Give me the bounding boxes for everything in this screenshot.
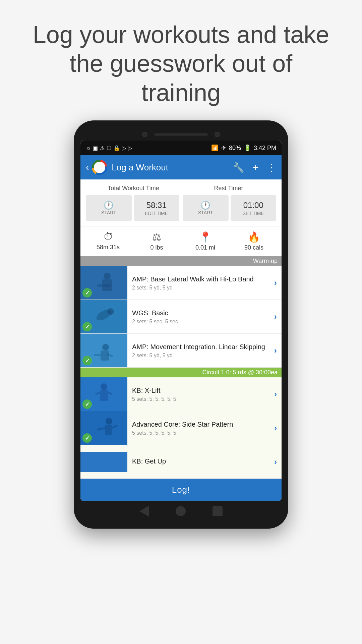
workout-time-section: Total Workout Time Rest Timer 🕐 START 58… — [80, 179, 282, 226]
phone-bottom-bar — [80, 501, 282, 522]
table-row[interactable]: ✓ WGS: Basic 2 sets: 5 sec, 5 sec › — [80, 300, 282, 334]
chevron-right-icon[interactable]: › — [274, 389, 282, 399]
svg-rect-4 — [97, 284, 111, 287]
rest-clock-icon: 🕐 — [185, 201, 226, 210]
airplane-icon: ✈ — [221, 144, 226, 152]
table-row[interactable]: ✓ AMP: Movement Integration. Linear Skip… — [80, 334, 282, 368]
table-row[interactable]: KB: Get Up › — [80, 445, 282, 479]
exercise-info: Advanced Core: Side Star Pattern 5 sets:… — [127, 416, 274, 440]
stat-distance-value: 0.01 mi — [181, 244, 230, 251]
chevron-right-icon[interactable]: › — [274, 423, 282, 433]
exercise-thumbnail: ✓ — [80, 377, 127, 411]
stopwatch-icon: ⏱ — [84, 231, 132, 243]
svg-rect-10 — [101, 351, 109, 361]
completion-badge: ✓ — [82, 288, 92, 298]
stat-weight-value: 0 lbs — [132, 244, 181, 251]
phone-screen: ☼ ▣ ⚠ ☐ 🔒 ▷ ▷ 📶 ✈ 80% 🔋 3:42 PM ‹ — [80, 141, 282, 501]
back-nav-button[interactable] — [139, 506, 149, 517]
exercise-info: AMP: Base Lateral Walk with Hi-Lo Band 2… — [127, 271, 274, 295]
phone-speaker — [154, 133, 208, 136]
table-row[interactable]: ✓ KB: X-Lift 5 sets: 5, 5, 5, 5, 5 › — [80, 377, 282, 411]
exercise-name: KB: X-Lift — [132, 386, 269, 395]
stat-time-value: 58m 31s — [84, 244, 132, 251]
clock-time: 3:42 PM — [254, 145, 276, 152]
svg-rect-23 — [80, 452, 127, 472]
location-icon: 📍 — [181, 231, 230, 243]
add-button[interactable]: + — [252, 161, 259, 174]
log-button-bar: Log! — [80, 479, 282, 501]
wifi-icon: 📶 — [211, 144, 219, 152]
svg-point-14 — [101, 383, 107, 390]
stats-row: ⏱ 58m 31s ⚖ 0 lbs 📍 0.01 mi 🔥 90 cals — [80, 226, 282, 256]
recents-nav-button[interactable] — [213, 506, 223, 516]
tagline-line2: the guesswork out of training — [70, 50, 292, 106]
exercise-thumbnail: ✓ — [80, 266, 127, 300]
tagline: Log your workouts and take the guesswork… — [0, 0, 362, 120]
exercise-sets: 2 sets: 5 yd, 5 yd — [132, 353, 269, 359]
tagline-line1: Log your workouts and take — [33, 21, 329, 48]
svg-point-2 — [104, 273, 111, 279]
exercise-thumbnail: ✓ — [80, 300, 127, 333]
start-timer-button[interactable]: 🕐 START — [86, 195, 132, 221]
total-workout-label: Total Workout Time — [86, 185, 181, 192]
stat-weight: ⚖ 0 lbs — [132, 231, 181, 251]
stat-cals-value: 90 cals — [230, 244, 278, 251]
stat-time: ⏱ 58m 31s — [84, 231, 132, 251]
svg-rect-20 — [105, 425, 112, 435]
exercise-info: AMP: Movement Integration. Linear Skippi… — [127, 338, 274, 363]
svg-point-19 — [106, 418, 112, 425]
svg-point-9 — [102, 344, 109, 351]
rest-time-controls: 🕐 START 01:00 SET TIME — [183, 195, 276, 221]
svg-rect-11 — [94, 354, 101, 356]
exercise-name: Advanced Core: Side Star Pattern — [132, 420, 269, 429]
table-row[interactable]: ✓ AMP: Base Lateral Walk with Hi-Lo Band… — [80, 266, 282, 300]
phone-shell: ☼ ▣ ⚠ ☐ 🔒 ▷ ▷ 📶 ✈ 80% 🔋 3:42 PM ‹ — [74, 120, 288, 529]
stat-distance: 📍 0.01 mi — [181, 231, 230, 251]
home-nav-button[interactable] — [176, 506, 186, 516]
exercise-info: WGS: Basic 2 sets: 5 sec, 5 sec — [127, 305, 274, 329]
table-row[interactable]: ✓ Advanced Core: Side Star Pattern 5 set… — [80, 411, 282, 445]
exercise-name: KB: Get Up — [132, 457, 269, 466]
chevron-right-icon[interactable]: › — [274, 278, 282, 287]
weight-icon: ⚖ — [132, 231, 181, 243]
rest-start-button[interactable]: 🕐 START — [183, 195, 229, 221]
edit-time-button[interactable]: 58:31 EDIT TIME — [134, 195, 180, 221]
app-logo — [92, 159, 108, 175]
set-time-button[interactable]: 01:00 SET TIME — [231, 195, 277, 221]
header-actions: 🔧 + ⋮ — [233, 161, 276, 174]
wrench-icon[interactable]: 🔧 — [233, 162, 244, 173]
more-menu-button[interactable]: ⋮ — [267, 162, 276, 173]
exercise-sets: 5 sets: 5, 5, 5, 5, 5 — [132, 396, 269, 402]
completion-badge: ✓ — [82, 322, 92, 331]
chevron-right-icon[interactable]: › — [274, 312, 282, 321]
exercise-name: AMP: Movement Integration. Linear Skippi… — [132, 342, 269, 351]
section-label-warmup: Warm-up — [80, 256, 282, 266]
phone-camera-right — [215, 132, 220, 137]
exercise-name: AMP: Base Lateral Walk with Hi-Lo Band — [132, 275, 269, 283]
svg-point-7 — [107, 308, 114, 315]
app-header: ‹ Log a Workout 🔧 + ⋮ — [80, 155, 282, 179]
total-time-controls: 🕐 START 58:31 EDIT TIME — [86, 195, 179, 221]
exercise-thumbnail — [80, 452, 127, 472]
battery-icon: 🔋 — [244, 144, 251, 152]
fire-icon: 🔥 — [230, 231, 278, 243]
status-bar: ☼ ▣ ⚠ ☐ 🔒 ▷ ▷ 📶 ✈ 80% 🔋 3:42 PM — [80, 141, 282, 155]
back-button[interactable]: ‹ — [86, 162, 89, 173]
status-info-right: 📶 ✈ 80% 🔋 3:42 PM — [211, 144, 276, 152]
completion-badge: ✓ — [82, 433, 92, 443]
exercise-info: KB: Get Up — [127, 453, 274, 471]
clock-icon: 🕐 — [88, 201, 129, 210]
completion-badge: ✓ — [82, 399, 92, 409]
completion-badge: ✓ — [82, 356, 92, 365]
exercise-sets: 5 sets: 5, 5, 5, 5, 5 — [132, 430, 269, 436]
chevron-right-icon[interactable]: › — [274, 457, 282, 467]
chevron-right-icon[interactable]: › — [274, 346, 282, 355]
time-section-labels: Total Workout Time Rest Timer — [86, 185, 276, 192]
stat-cals: 🔥 90 cals — [230, 231, 278, 251]
workout-list: Warm-up ✓ — [80, 256, 282, 479]
log-button[interactable]: Log! — [172, 485, 190, 495]
exercise-sets: 2 sets: 5 sec, 5 sec — [132, 319, 269, 325]
rest-timer-label: Rest Timer — [181, 185, 276, 192]
page-title: Log a Workout — [112, 162, 233, 173]
exercise-thumbnail: ✓ — [80, 334, 127, 367]
